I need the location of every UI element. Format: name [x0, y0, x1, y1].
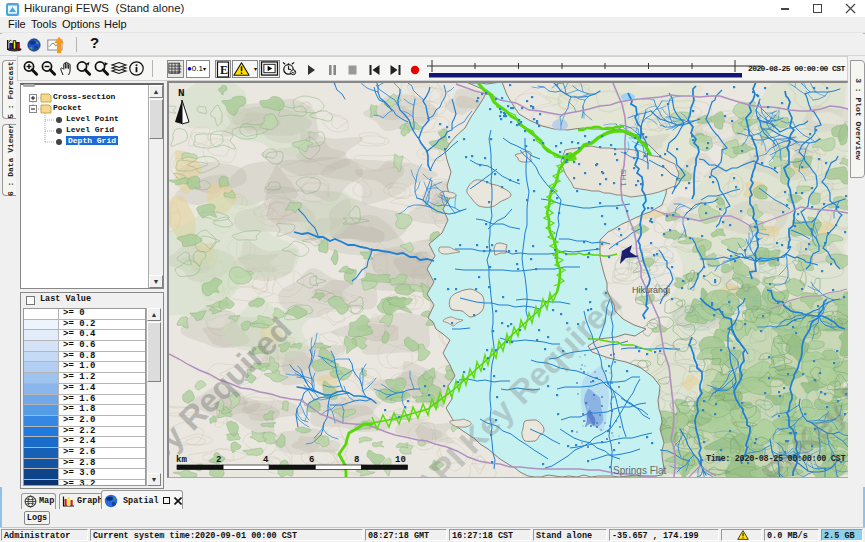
svg-text:6: 6 — [309, 455, 314, 465]
svg-text:km: km — [176, 455, 187, 465]
svg-text:2: 2 — [216, 455, 221, 465]
svg-text:4: 4 — [263, 455, 269, 465]
svg-text:Hikurangi: Hikurangi — [632, 285, 670, 295]
svg-text:Springs Flat: Springs Flat — [613, 465, 667, 476]
svg-text:SH 1: SH 1 — [619, 169, 628, 187]
svg-text:Time: 2020-08-25 00:00:00 CST: Time: 2020-08-25 00:00:00 CST — [706, 454, 845, 464]
svg-text:8: 8 — [354, 455, 359, 465]
svg-text:E: E — [220, 63, 228, 77]
svg-text:N: N — [178, 87, 185, 99]
svg-text:10: 10 — [395, 455, 406, 465]
